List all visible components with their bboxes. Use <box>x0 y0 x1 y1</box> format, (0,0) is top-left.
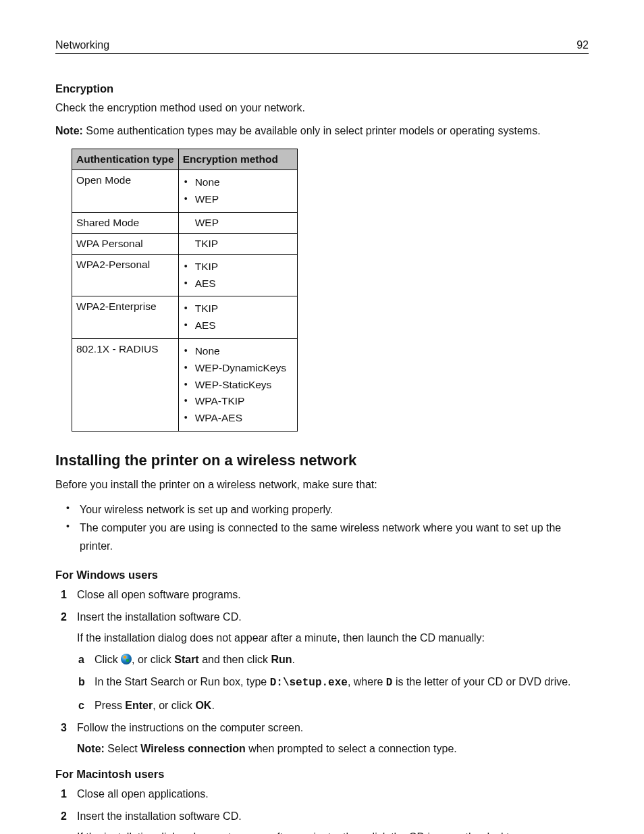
header-section: Networking <box>55 39 109 51</box>
text-run: when prompted to select a connection typ… <box>246 743 457 754</box>
method-item: TKIP <box>183 301 286 317</box>
encryption-note: Note: Some authentication types may be a… <box>55 124 589 138</box>
step-note: Note: Select Wireless connection when pr… <box>77 741 589 756</box>
text-run: Click <box>95 654 121 665</box>
note-label: Note: <box>55 125 83 136</box>
text-run: is the letter of your CD or DVD drive. <box>392 676 570 687</box>
text-run: Select <box>105 743 140 754</box>
col-auth: Authentication type <box>72 149 179 170</box>
step-extra: If the installation dialog does not appe… <box>77 630 589 646</box>
running-header: Networking 92 <box>55 39 589 54</box>
encryption-intro: Check the encryption method used on your… <box>55 101 589 115</box>
step-extra: If the installation dialog does not appe… <box>77 829 589 834</box>
substep-text: Press Enter, or click OK. <box>95 700 215 711</box>
method-item: AES <box>183 276 286 292</box>
step-text: Close all open software programs. <box>77 589 241 600</box>
windows-start-orb-icon <box>121 654 132 664</box>
encryption-table: Authentication type Encryption method Op… <box>72 149 298 432</box>
step-text: Close all open applications. <box>77 788 209 800</box>
text-run: . <box>211 700 214 711</box>
step: 1 Close all open software programs. <box>58 587 589 602</box>
encryption-heading: Encryption <box>55 82 589 95</box>
method-item: WEP <box>183 191 286 208</box>
substep: a Click , or click Start and then click … <box>77 652 589 667</box>
step-number: 2 <box>61 808 67 824</box>
auth-cell: Shared Mode <box>72 212 179 233</box>
note-text: Some authentication types may be availab… <box>83 125 541 136</box>
install-intro: Before you install the printer on a wire… <box>55 477 589 492</box>
methods-cell: WEP <box>178 212 297 233</box>
method-item: None <box>183 343 286 360</box>
method-item: None <box>183 174 286 191</box>
table-row: WPA2-Personal TKIP AES <box>72 254 298 296</box>
install-bullets: Your wireless network is set up and work… <box>55 500 589 556</box>
method-item: WPA-AES <box>183 410 286 427</box>
text-run: and then click <box>199 654 271 665</box>
code-run: D:\setup.exe <box>270 677 348 689</box>
col-method: Encryption method <box>178 149 297 170</box>
method-item: AES <box>183 317 286 334</box>
install-heading: Installing the printer on a wireless net… <box>55 452 589 469</box>
step: 3 Follow the instructions on the compute… <box>58 720 589 756</box>
list-item: Your wireless network is set up and work… <box>62 500 589 519</box>
step-text: Insert the installation software CD. <box>77 810 242 822</box>
step-text: Insert the installation software CD. <box>77 611 242 623</box>
mac-heading: For Macintosh users <box>55 768 589 781</box>
step-number: 1 <box>61 587 67 602</box>
page-number: 92 <box>576 39 589 51</box>
substep-letter: a <box>78 652 84 667</box>
text-run: , where <box>348 676 386 687</box>
auth-cell: WPA Personal <box>72 233 179 254</box>
auth-cell: WPA2-Enterprise <box>72 296 179 339</box>
method-item: WEP-DynamicKeys <box>183 360 286 377</box>
methods-cell: None WEP-DynamicKeys WEP-StaticKeys WPA-… <box>178 338 297 431</box>
step-number: 1 <box>61 786 67 802</box>
substep-text: In the Start Search or Run box, type D:\… <box>95 676 571 687</box>
step: 2 Insert the installation software CD. I… <box>58 808 589 834</box>
bold-run: Start <box>174 654 198 665</box>
bold-run: Wireless connection <box>140 743 245 754</box>
text-run: In the Start Search or Run box, type <box>95 676 270 687</box>
list-item: The computer you are using is connected … <box>62 519 589 555</box>
method-item: TKIP <box>183 259 286 276</box>
step: 2 Insert the installation software CD. I… <box>58 609 589 713</box>
methods-cell: TKIP AES <box>178 254 297 296</box>
substep-letter: c <box>78 698 84 713</box>
note-label: Note: <box>77 743 105 754</box>
method-item: TKIP <box>183 238 286 250</box>
method-item: WEP <box>183 217 286 229</box>
step-number: 2 <box>61 609 67 625</box>
table-row: WPA Personal TKIP <box>72 233 298 254</box>
substep-text: Click , or click Start and then click Ru… <box>95 654 295 665</box>
document-page: Networking 92 Encryption Check the encry… <box>0 0 644 834</box>
substep: b In the Start Search or Run box, type D… <box>77 674 589 691</box>
windows-steps: 1 Close all open software programs. 2 In… <box>55 587 589 757</box>
windows-heading: For Windows users <box>55 569 589 581</box>
auth-cell: WPA2-Personal <box>72 254 179 296</box>
step-number: 3 <box>61 720 67 735</box>
substep: c Press Enter, or click OK. <box>77 698 589 713</box>
code-run: D <box>386 677 393 689</box>
table-row: Shared Mode WEP <box>72 212 298 233</box>
text-run: . <box>292 654 295 665</box>
bold-run: OK <box>195 700 211 711</box>
table-row: WPA2-Enterprise TKIP AES <box>72 296 298 339</box>
methods-cell: None WEP <box>178 170 297 213</box>
methods-cell: TKIP <box>178 233 297 254</box>
bold-run: Run <box>271 654 292 665</box>
auth-cell: 802.1X - RADIUS <box>72 338 179 431</box>
step: 1 Close all open applications. <box>58 786 589 802</box>
table-row: 802.1X - RADIUS None WEP-DynamicKeys WEP… <box>72 338 298 431</box>
mac-steps: 1 Close all open applications. 2 Insert … <box>55 786 589 834</box>
method-item: WEP-StaticKeys <box>183 377 286 394</box>
table-row: Open Mode None WEP <box>72 170 298 213</box>
bold-run: Enter <box>125 700 153 711</box>
text-run: , or click <box>153 700 195 711</box>
step-text: Follow the instructions on the computer … <box>77 722 303 733</box>
text-run: Press <box>95 700 125 711</box>
auth-cell: Open Mode <box>72 170 179 213</box>
method-item: WPA-TKIP <box>183 393 286 410</box>
methods-cell: TKIP AES <box>178 296 297 339</box>
substep-letter: b <box>78 674 85 689</box>
text-run: , or click <box>132 654 174 665</box>
